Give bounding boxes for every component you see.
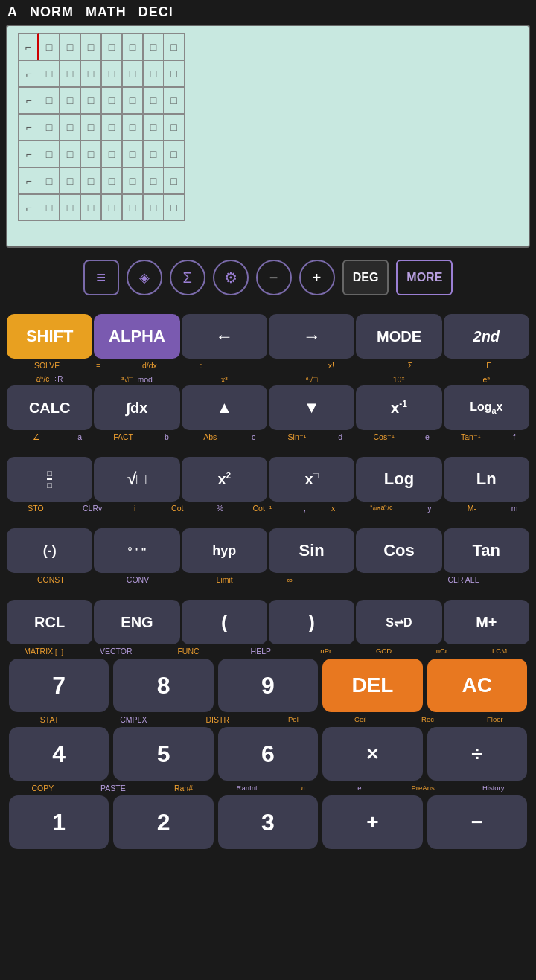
- matrix-cell: □: [60, 33, 80, 60]
- minus-op-button[interactable]: −: [427, 795, 527, 849]
- alpha-button[interactable]: ALPHA: [94, 314, 179, 359]
- more-button[interactable]: MORE: [396, 260, 453, 295]
- lparen-button[interactable]: (: [182, 600, 267, 644]
- matrix-cell: □: [60, 141, 80, 167]
- xsq-button[interactable]: x2: [182, 457, 267, 502]
- sub-fact: FACT: [95, 432, 153, 441]
- col-integral: ³√□ mod ∫dx: [93, 373, 180, 431]
- times-button[interactable]: ×: [322, 727, 422, 781]
- ac-button[interactable]: AC: [427, 659, 527, 712]
- matrix-cell: □: [164, 194, 185, 221]
- four-button[interactable]: 4: [9, 727, 109, 781]
- sub-distr: DISTR: [176, 715, 260, 724]
- matrix-cell: ⌐: [18, 33, 39, 60]
- sub-x: x: [319, 504, 348, 513]
- sublabel-sigma: Σ: [371, 361, 450, 370]
- gem-button[interactable]: ◈: [127, 260, 162, 295]
- sub-f: f: [500, 432, 529, 441]
- col-dms: ° ' ": [93, 516, 180, 574]
- menu-item-norm[interactable]: NORM: [30, 4, 74, 20]
- right-arrow-button[interactable]: →: [269, 314, 354, 359]
- matrix-cell: □: [122, 194, 143, 221]
- xpow-button[interactable]: x□: [269, 457, 354, 502]
- deg-button[interactable]: DEG: [342, 260, 389, 295]
- col-hyp: hyp: [181, 516, 268, 574]
- sub-sininv: Sin⁻¹: [268, 432, 326, 441]
- dms-button[interactable]: ° ' ": [94, 528, 179, 573]
- xinv-button[interactable]: x-1: [356, 385, 441, 430]
- matrix-cell: □: [122, 87, 143, 114]
- sub-floor: Floor: [462, 715, 529, 724]
- left-arrow-button[interactable]: ←: [182, 314, 267, 359]
- matrix-cell: □: [122, 60, 143, 87]
- down-arrow-button[interactable]: ▼: [269, 385, 354, 430]
- five-button[interactable]: 5: [113, 727, 213, 781]
- divide-button[interactable]: ÷: [427, 727, 527, 781]
- menu-item-math[interactable]: MATH: [86, 4, 127, 20]
- gear-button[interactable]: ⚙: [213, 260, 249, 295]
- col-up: x³ ▲: [181, 373, 268, 431]
- matrix-cell: □: [60, 194, 80, 221]
- two-button[interactable]: 2: [113, 795, 213, 849]
- 2nd-button[interactable]: 2nd: [444, 314, 529, 359]
- up-arrow-button[interactable]: ▲: [182, 385, 267, 430]
- rparen-button[interactable]: ): [269, 600, 354, 644]
- cos-button[interactable]: Cos: [356, 528, 441, 573]
- calc-button[interactable]: CALC: [7, 385, 92, 430]
- seven-button[interactable]: 7: [9, 659, 109, 712]
- neg-button[interactable]: (-): [7, 528, 92, 573]
- sub-limit: Limit: [181, 575, 268, 584]
- matrix-cell: □: [80, 87, 101, 114]
- one-button[interactable]: 1: [9, 795, 109, 849]
- minus-button[interactable]: −: [256, 260, 292, 295]
- matrix-cell: □: [80, 33, 101, 60]
- log-button[interactable]: Log: [356, 457, 441, 502]
- plus-op-button[interactable]: +: [322, 795, 422, 849]
- sub-rec: Rec: [394, 715, 461, 724]
- sqrt-button[interactable]: √□: [94, 457, 179, 502]
- eng-button[interactable]: ENG: [94, 600, 179, 644]
- sublabel-left: [182, 302, 267, 314]
- sub-cmplx: CMPLX: [92, 715, 176, 724]
- ln-button[interactable]: Ln: [444, 457, 529, 502]
- nine-button[interactable]: 9: [218, 659, 318, 712]
- shift-button[interactable]: SHIFT: [7, 314, 92, 359]
- matrix-cell: □: [60, 114, 80, 141]
- std-button[interactable]: S⇌D: [356, 600, 441, 644]
- matrix-cell: □: [164, 87, 185, 114]
- sigma-button[interactable]: Σ: [170, 260, 205, 295]
- tan-button[interactable]: Tan: [444, 528, 529, 573]
- menu-item-deci[interactable]: DECI: [138, 4, 173, 20]
- col-xinv: 10ˣ x-1: [355, 373, 442, 431]
- matrix-cell: □: [122, 141, 143, 167]
- integral-button[interactable]: ∫dx: [94, 385, 179, 430]
- mode-button[interactable]: MODE: [356, 314, 441, 359]
- matrix-cell: □: [80, 114, 101, 141]
- del-button[interactable]: DEL: [322, 659, 422, 712]
- loga-button[interactable]: Logax: [444, 385, 529, 430]
- matrix-cell: □: [164, 60, 185, 87]
- plus-button[interactable]: +: [299, 260, 335, 295]
- matrix-cell: □: [164, 167, 185, 194]
- hyp-button[interactable]: hyp: [182, 528, 267, 573]
- col-sin: Sin: [268, 516, 355, 574]
- plus-icon: +: [313, 269, 322, 286]
- matrix-cell: □: [39, 194, 60, 221]
- six-button[interactable]: 6: [218, 727, 318, 781]
- sub-comma: ,: [290, 504, 319, 513]
- menu-item-a[interactable]: A: [7, 4, 18, 20]
- sub-ncr: nCr: [412, 647, 470, 656]
- mplus-button[interactable]: M+: [444, 600, 529, 644]
- sub-d: d: [326, 432, 355, 441]
- menu-button[interactable]: ≡: [83, 260, 119, 295]
- matrix-cell: ⌐: [18, 87, 39, 114]
- matrix-cell: □: [101, 167, 122, 194]
- fraction-button[interactable]: □ □: [7, 457, 92, 502]
- three-button[interactable]: 3: [218, 795, 318, 849]
- eight-button[interactable]: 8: [113, 659, 213, 712]
- matrix-cell: ⌐: [18, 194, 39, 221]
- sin-button[interactable]: Sin: [269, 528, 354, 573]
- toolbar: ≡ ◈ Σ ⚙ − + DEG MORE: [0, 254, 536, 301]
- sub-matrix: MATRIX [∷]: [7, 647, 80, 656]
- rcl-button[interactable]: RCL: [7, 600, 92, 644]
